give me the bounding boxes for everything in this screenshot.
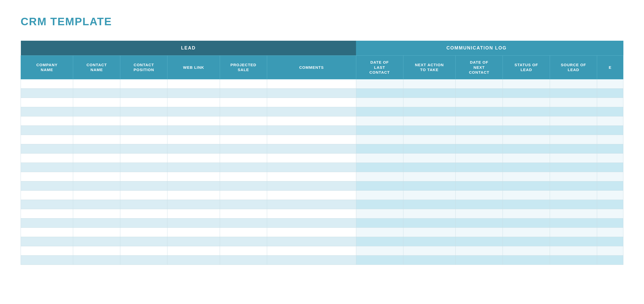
table-cell[interactable]: [167, 227, 220, 237]
table-cell[interactable]: [220, 255, 267, 265]
table-cell-comm[interactable]: [456, 255, 503, 265]
table-cell-comm[interactable]: [597, 144, 623, 153]
table-cell-comm[interactable]: [356, 163, 403, 172]
table-cell[interactable]: [21, 125, 73, 135]
table-cell[interactable]: [267, 153, 356, 163]
table-cell-comm[interactable]: [456, 144, 503, 153]
table-cell-comm[interactable]: [550, 135, 597, 144]
table-cell[interactable]: [220, 153, 267, 163]
table-cell[interactable]: [167, 172, 220, 181]
table-cell-comm[interactable]: [503, 153, 550, 163]
table-cell-comm[interactable]: [403, 107, 455, 116]
table-cell-comm[interactable]: [597, 172, 623, 181]
table-cell-comm[interactable]: [403, 163, 455, 172]
table-cell-comm[interactable]: [503, 209, 550, 218]
table-cell[interactable]: [120, 88, 167, 98]
table-cell-comm[interactable]: [356, 98, 403, 107]
table-cell-comm[interactable]: [550, 125, 597, 135]
table-cell-comm[interactable]: [356, 153, 403, 163]
table-cell[interactable]: [220, 172, 267, 181]
table-cell[interactable]: [167, 237, 220, 246]
table-cell-comm[interactable]: [550, 163, 597, 172]
table-cell[interactable]: [220, 218, 267, 227]
table-cell-comm[interactable]: [550, 98, 597, 107]
table-cell[interactable]: [120, 153, 167, 163]
table-cell-comm[interactable]: [356, 144, 403, 153]
table-cell[interactable]: [120, 190, 167, 200]
table-cell[interactable]: [21, 144, 73, 153]
table-cell[interactable]: [267, 209, 356, 218]
table-cell-comm[interactable]: [403, 125, 455, 135]
table-cell[interactable]: [73, 227, 120, 237]
table-cell[interactable]: [73, 209, 120, 218]
table-cell-comm[interactable]: [503, 181, 550, 190]
table-cell[interactable]: [220, 144, 267, 153]
table-cell-comm[interactable]: [403, 79, 455, 88]
table-cell[interactable]: [21, 227, 73, 237]
table-cell[interactable]: [167, 88, 220, 98]
table-cell-comm[interactable]: [503, 116, 550, 125]
table-cell[interactable]: [220, 163, 267, 172]
table-cell-comm[interactable]: [456, 163, 503, 172]
table-cell-comm[interactable]: [403, 116, 455, 125]
table-cell[interactable]: [220, 79, 267, 88]
table-cell-comm[interactable]: [456, 88, 503, 98]
table-cell-comm[interactable]: [456, 135, 503, 144]
table-cell[interactable]: [167, 135, 220, 144]
table-cell[interactable]: [220, 237, 267, 246]
table-cell-comm[interactable]: [356, 181, 403, 190]
table-cell-comm[interactable]: [503, 88, 550, 98]
table-cell[interactable]: [120, 163, 167, 172]
table-cell[interactable]: [120, 200, 167, 209]
table-cell-comm[interactable]: [550, 181, 597, 190]
table-cell-comm[interactable]: [403, 98, 455, 107]
table-cell[interactable]: [220, 190, 267, 200]
table-cell[interactable]: [73, 79, 120, 88]
table-cell-comm[interactable]: [403, 88, 455, 98]
table-cell-comm[interactable]: [550, 237, 597, 246]
table-cell[interactable]: [167, 107, 220, 116]
table-cell[interactable]: [267, 116, 356, 125]
table-cell[interactable]: [120, 209, 167, 218]
table-cell-comm[interactable]: [403, 135, 455, 144]
table-cell[interactable]: [73, 135, 120, 144]
table-cell-comm[interactable]: [456, 190, 503, 200]
table-cell-comm[interactable]: [503, 218, 550, 227]
table-cell[interactable]: [21, 181, 73, 190]
table-cell[interactable]: [167, 218, 220, 227]
table-cell-comm[interactable]: [456, 107, 503, 116]
table-cell-comm[interactable]: [550, 227, 597, 237]
table-cell[interactable]: [21, 88, 73, 98]
table-cell[interactable]: [73, 163, 120, 172]
table-cell-comm[interactable]: [456, 172, 503, 181]
table-cell[interactable]: [267, 163, 356, 172]
table-cell-comm[interactable]: [550, 246, 597, 255]
table-cell-comm[interactable]: [503, 163, 550, 172]
table-cell[interactable]: [220, 125, 267, 135]
table-cell[interactable]: [21, 200, 73, 209]
table-cell-comm[interactable]: [503, 255, 550, 265]
table-cell-comm[interactable]: [456, 209, 503, 218]
table-cell-comm[interactable]: [356, 218, 403, 227]
table-cell[interactable]: [120, 144, 167, 153]
table-cell-comm[interactable]: [503, 79, 550, 88]
table-cell-comm[interactable]: [356, 209, 403, 218]
table-cell[interactable]: [267, 144, 356, 153]
table-cell[interactable]: [21, 116, 73, 125]
table-cell[interactable]: [21, 153, 73, 163]
table-cell-comm[interactable]: [403, 172, 455, 181]
table-cell-comm[interactable]: [403, 181, 455, 190]
table-cell-comm[interactable]: [550, 88, 597, 98]
table-cell[interactable]: [120, 79, 167, 88]
table-cell[interactable]: [73, 144, 120, 153]
table-cell[interactable]: [73, 172, 120, 181]
table-cell[interactable]: [267, 190, 356, 200]
table-cell-comm[interactable]: [456, 98, 503, 107]
table-cell-comm[interactable]: [456, 227, 503, 237]
table-cell[interactable]: [267, 135, 356, 144]
table-cell[interactable]: [167, 209, 220, 218]
table-cell-comm[interactable]: [356, 246, 403, 255]
table-cell-comm[interactable]: [356, 190, 403, 200]
table-cell-comm[interactable]: [503, 200, 550, 209]
table-cell-comm[interactable]: [403, 246, 455, 255]
